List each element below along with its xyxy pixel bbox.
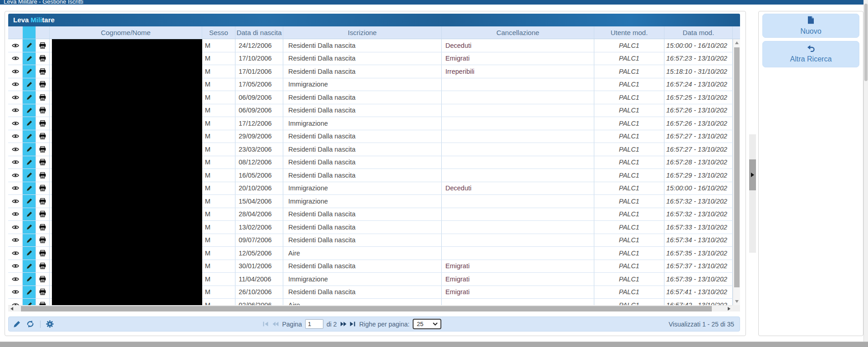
edit-icon[interactable] xyxy=(23,260,36,273)
scroll-down-icon[interactable] xyxy=(733,298,740,305)
view-icon[interactable] xyxy=(8,65,23,78)
edit-icon[interactable] xyxy=(23,143,36,156)
view-icon[interactable] xyxy=(8,273,23,286)
edit-icon[interactable] xyxy=(13,321,20,328)
header-cancellazione[interactable]: Cancellazione xyxy=(442,26,594,39)
rows-per-page-select[interactable]: 25 xyxy=(413,319,441,329)
header-data-mod[interactable]: Data mod. xyxy=(664,26,733,39)
print-icon[interactable] xyxy=(36,39,50,52)
print-icon[interactable] xyxy=(36,65,50,78)
edit-icon[interactable] xyxy=(23,130,36,143)
edit-icon[interactable] xyxy=(23,208,36,221)
splitter-handle[interactable] xyxy=(749,159,756,190)
edit-icon[interactable] xyxy=(23,221,36,234)
print-icon[interactable] xyxy=(36,221,50,234)
edit-icon[interactable] xyxy=(23,234,36,247)
page-number-input[interactable] xyxy=(305,319,323,329)
view-icon[interactable] xyxy=(8,182,23,195)
view-icon[interactable] xyxy=(8,299,23,305)
header-iscrizione[interactable]: Iscrizione xyxy=(283,26,442,39)
print-icon[interactable] xyxy=(36,260,50,273)
print-icon[interactable] xyxy=(36,130,50,143)
edit-icon[interactable] xyxy=(23,299,36,305)
sex-cell: M xyxy=(202,91,235,104)
view-icon[interactable] xyxy=(8,208,23,221)
scroll-right-icon[interactable] xyxy=(725,306,733,312)
birth-date-cell: 02/06/2006 xyxy=(235,299,283,305)
horizontal-scroll-thumb[interactable] xyxy=(21,306,712,311)
table-vertical-scrollbar[interactable] xyxy=(733,39,740,305)
table-horizontal-scrollbar[interactable] xyxy=(8,305,733,311)
edit-icon[interactable] xyxy=(23,104,36,117)
print-icon[interactable] xyxy=(36,91,50,104)
print-icon[interactable] xyxy=(36,234,50,247)
print-icon[interactable] xyxy=(36,117,50,130)
edit-icon[interactable] xyxy=(23,91,36,104)
view-icon[interactable] xyxy=(8,286,23,299)
edit-icon[interactable] xyxy=(23,273,36,286)
edit-icon[interactable] xyxy=(23,39,36,52)
birth-date-cell: 26/10/2006 xyxy=(235,286,283,299)
view-icon[interactable] xyxy=(8,117,23,130)
view-icon[interactable] xyxy=(8,247,23,260)
settings-gear-icon[interactable] xyxy=(46,320,54,328)
edit-icon[interactable] xyxy=(23,195,36,208)
view-icon[interactable] xyxy=(8,221,23,234)
view-icon[interactable] xyxy=(8,195,23,208)
edit-icon[interactable] xyxy=(23,169,36,182)
view-icon[interactable] xyxy=(8,104,23,117)
edit-icon[interactable] xyxy=(23,182,36,195)
last-page-icon[interactable] xyxy=(350,321,356,327)
chevron-down-icon xyxy=(433,322,438,326)
header-sesso[interactable]: Sesso xyxy=(202,26,235,39)
scroll-up-icon[interactable] xyxy=(733,39,740,46)
print-icon[interactable] xyxy=(36,169,50,182)
view-icon[interactable] xyxy=(8,78,23,91)
header-data-di-nascita[interactable]: Data di nascita xyxy=(235,26,283,39)
print-icon[interactable] xyxy=(36,273,50,286)
cancellation-cell xyxy=(442,169,594,182)
next-page-icon[interactable] xyxy=(340,321,347,327)
print-icon[interactable] xyxy=(36,195,50,208)
print-icon[interactable] xyxy=(36,286,50,299)
view-icon[interactable] xyxy=(8,91,23,104)
view-icon[interactable] xyxy=(8,130,23,143)
print-icon[interactable] xyxy=(36,78,50,91)
print-icon[interactable] xyxy=(36,143,50,156)
view-icon[interactable] xyxy=(8,169,23,182)
view-icon[interactable] xyxy=(8,234,23,247)
print-icon[interactable] xyxy=(36,182,50,195)
edit-icon[interactable] xyxy=(23,156,36,169)
print-icon[interactable] xyxy=(36,156,50,169)
print-icon[interactable] xyxy=(36,247,50,260)
page-scroll-thumb[interactable] xyxy=(864,4,868,81)
view-icon[interactable] xyxy=(8,260,23,273)
header-utente-mod[interactable]: Utente mod. xyxy=(594,26,664,39)
edit-icon[interactable] xyxy=(23,65,36,78)
modified-date-cell: 16:57:27 - 13/10/202 xyxy=(664,130,733,143)
print-icon[interactable] xyxy=(36,208,50,221)
edit-icon[interactable] xyxy=(23,286,36,299)
print-icon[interactable] xyxy=(36,299,50,305)
edit-icon[interactable] xyxy=(23,78,36,91)
view-icon[interactable] xyxy=(8,52,23,65)
view-icon[interactable] xyxy=(8,143,23,156)
sex-cell: M xyxy=(202,117,235,130)
first-page-icon[interactable] xyxy=(263,321,269,327)
vertical-scroll-thumb[interactable] xyxy=(734,47,740,287)
refresh-icon[interactable] xyxy=(26,320,35,328)
print-icon[interactable] xyxy=(36,52,50,65)
edit-icon[interactable] xyxy=(23,247,36,260)
scroll-left-icon[interactable] xyxy=(8,306,15,312)
view-icon[interactable] xyxy=(8,39,23,52)
print-icon[interactable] xyxy=(36,104,50,117)
altra-ricerca-button[interactable]: Altra Ricerca xyxy=(762,41,859,67)
header-cognome-nome[interactable]: Cognome/Nome xyxy=(50,26,202,39)
edit-icon[interactable] xyxy=(23,117,36,130)
nuovo-button[interactable]: Nuovo xyxy=(762,14,859,38)
page-scrollbar[interactable] xyxy=(863,0,868,347)
edit-icon[interactable] xyxy=(23,52,36,65)
previous-page-icon[interactable] xyxy=(272,321,279,327)
view-icon[interactable] xyxy=(8,156,23,169)
panel-splitter[interactable] xyxy=(749,134,756,253)
